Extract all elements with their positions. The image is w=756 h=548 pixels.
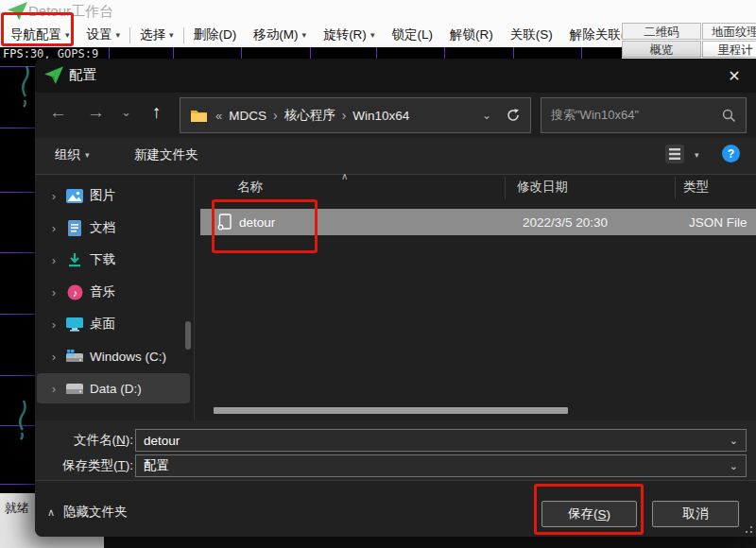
file-type: JSON File xyxy=(689,215,747,230)
expand-chevron-icon[interactable]: › xyxy=(44,285,63,300)
organize-button[interactable]: 组织 ▾ xyxy=(55,146,90,163)
help-icon[interactable]: ? xyxy=(722,145,740,163)
expand-chevron-icon[interactable]: › xyxy=(44,317,63,332)
sidebar-item-drive-c[interactable]: › Windows (C:) xyxy=(37,341,190,371)
dialog-nav-row: ← → ⌄ ↑ « MDCS › 核心程序 › Win10x64 ⌄ xyxy=(35,93,756,138)
folder-icon xyxy=(190,109,208,123)
grid-line xyxy=(0,192,35,193)
column-header-type[interactable]: 类型 xyxy=(683,179,709,196)
column-divider[interactable] xyxy=(505,177,506,199)
file-name: detour xyxy=(239,215,275,230)
column-divider[interactable] xyxy=(675,177,676,199)
close-icon[interactable]: ✕ xyxy=(720,62,748,89)
data-drive-icon xyxy=(65,379,84,398)
window-title: Detour工作台 xyxy=(28,3,113,21)
file-date: 2022/3/5 20:30 xyxy=(523,215,608,230)
cancel-button[interactable]: 取消 xyxy=(652,501,739,527)
caret-down-icon: ▾ xyxy=(169,30,174,40)
dialog-toolbar: 组织 ▾ 新建文件夹 ▾ ? xyxy=(35,138,756,174)
sidebar-item-drive-d[interactable]: › Data (D:) xyxy=(37,373,190,403)
sidebar-scrollbar[interactable] xyxy=(185,321,191,350)
save-button[interactable]: 保存(S) xyxy=(541,501,637,527)
search-input[interactable]: 搜索"Win10x64" xyxy=(541,97,747,133)
up-icon[interactable]: ↑ xyxy=(152,102,162,123)
caret-down-icon: ▾ xyxy=(302,30,307,40)
search-placeholder: 搜索"Win10x64" xyxy=(551,107,722,124)
dialog-body: › 图片 › 文档 › xyxy=(35,175,756,420)
file-row-detour[interactable]: detour 2022/3/5 20:30 JSON File xyxy=(200,209,756,235)
caret-down-icon: ▾ xyxy=(116,30,121,40)
sidebar-item-downloads[interactable]: › 下载 xyxy=(37,245,190,275)
new-folder-button[interactable]: 新建文件夹 xyxy=(134,146,198,163)
tab-odometry[interactable]: 里程计 xyxy=(702,41,756,58)
downloads-icon xyxy=(65,250,84,269)
sidebar-item-documents[interactable]: › 文档 xyxy=(37,213,190,243)
places-sidebar: › 图片 › 文档 › xyxy=(35,175,194,420)
dialog-logo-icon xyxy=(43,65,64,85)
breadcrumb[interactable]: « MDCS › 核心程序 › Win10x64 ⌄ xyxy=(180,97,531,133)
menu-move[interactable]: 移动(M)▾ xyxy=(245,26,315,43)
breadcrumb-item-core[interactable]: 核心程序 xyxy=(284,107,335,124)
documents-icon xyxy=(65,218,84,237)
screen: Detour工作台 导航配置▾ 设置▾ 选择▾ 删除(D) 移动(M)▾ 旋转(… xyxy=(0,0,756,548)
menu-rotate[interactable]: 旋转(R)▾ xyxy=(315,26,383,43)
column-header-date[interactable]: 修改日期 xyxy=(517,179,568,196)
dialog-fields: 文件名(N): detour ⌄ 保存类型(T): 配置 ⌄ xyxy=(35,420,756,479)
address-dropdown-icon[interactable]: ⌄ xyxy=(482,109,491,122)
caret-down-icon: ▾ xyxy=(65,30,70,40)
back-icon[interactable]: ← xyxy=(49,102,67,123)
menu-nav-config[interactable]: 导航配置▾ xyxy=(2,26,78,43)
filename-input[interactable]: detour ⌄ xyxy=(135,429,747,452)
hide-folders-button[interactable]: ∧ 隐藏文件夹 xyxy=(47,504,128,521)
tab-overview[interactable]: 概览 xyxy=(622,41,701,58)
view-mode-icon[interactable] xyxy=(664,144,685,164)
grid-line xyxy=(0,128,35,128)
svg-text:♪: ♪ xyxy=(72,286,77,298)
expand-chevron-icon[interactable]: › xyxy=(44,382,63,396)
grid-line xyxy=(0,252,35,253)
chevron-down-icon[interactable]: ⌄ xyxy=(730,435,738,447)
menu-settings[interactable]: 设置▾ xyxy=(78,26,129,43)
caret-down-icon: ▾ xyxy=(370,30,375,40)
menu-unlock[interactable]: 解锁(R) xyxy=(441,26,502,43)
savetype-select[interactable]: 配置 ⌄ xyxy=(135,454,747,477)
forward-icon[interactable]: → xyxy=(87,102,105,123)
menu-separator xyxy=(183,27,184,43)
breadcrumb-collapse[interactable]: « xyxy=(215,109,222,123)
expand-chevron-icon[interactable]: › xyxy=(44,253,63,267)
menu-delete[interactable]: 删除(D) xyxy=(185,26,246,43)
breadcrumb-item-mdcs[interactable]: MDCS xyxy=(229,109,266,123)
sort-ascending-icon[interactable]: ∧ xyxy=(341,171,348,181)
menu-link[interactable]: 关联(S) xyxy=(502,26,561,43)
menu-lock[interactable]: 锁定(L) xyxy=(383,26,441,43)
column-header-name[interactable]: 名称 xyxy=(237,179,263,196)
savetype-value: 配置 xyxy=(144,457,730,474)
horizontal-scrollbar[interactable] xyxy=(214,407,568,414)
tab-ground-texture[interactable]: 地面纹理 xyxy=(702,23,756,40)
pictures-icon xyxy=(65,186,84,205)
refresh-icon[interactable] xyxy=(506,108,521,123)
search-icon[interactable] xyxy=(722,109,736,123)
dialog-title: 配置 xyxy=(69,66,96,84)
recent-locations-icon[interactable]: ⌄ xyxy=(121,105,131,119)
dialog-titlebar: 配置 ✕ xyxy=(35,59,756,93)
chevron-right-icon: › xyxy=(273,108,278,123)
expand-chevron-icon[interactable]: › xyxy=(44,221,63,235)
tab-qrcode[interactable]: 二维码 xyxy=(622,23,701,40)
sidebar-item-music[interactable]: › ♪ 音乐 xyxy=(37,277,190,307)
view-mode-caret-icon[interactable]: ▾ xyxy=(695,150,699,160)
expand-chevron-icon[interactable]: › xyxy=(44,189,63,203)
file-list: ∧ 名称 修改日期 类型 detour 2022/3/5 20:30 JSON … xyxy=(194,175,756,420)
sidebar-item-pictures[interactable]: › 图片 xyxy=(37,180,190,211)
save-dialog: 配置 ✕ ← → ⌄ ↑ « MDCS › 核心程序 › Win10x64 ⌄ xyxy=(35,59,756,537)
chevron-up-icon: ∧ xyxy=(47,506,55,519)
filename-label: 文件名(N): xyxy=(35,432,133,449)
sidebar-item-desktop[interactable]: › 桌面 xyxy=(37,309,190,339)
chevron-down-icon[interactable]: ⌄ xyxy=(730,460,738,472)
expand-chevron-icon[interactable]: › xyxy=(44,350,63,364)
status-ready-label: 就绪 xyxy=(5,500,29,517)
breadcrumb-item-win10x64[interactable]: Win10x64 xyxy=(352,109,409,123)
map-glyph xyxy=(13,64,32,108)
menu-select[interactable]: 选择▾ xyxy=(131,26,182,43)
grid-line xyxy=(0,314,35,315)
